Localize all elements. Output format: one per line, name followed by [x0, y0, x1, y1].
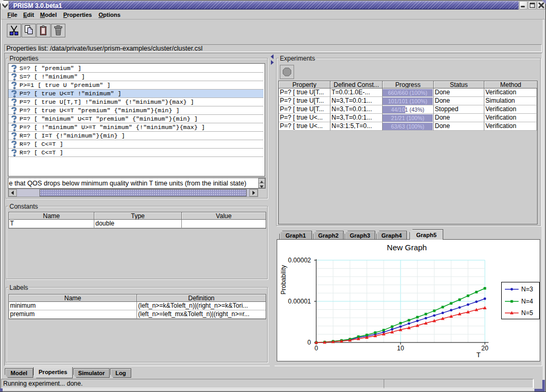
svg-text:New Graph: New Graph	[387, 243, 427, 252]
svg-text:0.00002: 0.00002	[288, 257, 311, 264]
svg-text:20: 20	[481, 345, 489, 352]
svg-text:N=4: N=4	[521, 298, 533, 305]
svg-text:T: T	[476, 351, 481, 359]
svg-text:0: 0	[307, 339, 311, 346]
svg-text:N=3: N=3	[521, 286, 533, 293]
svg-text:N=5: N=5	[521, 309, 533, 317]
svg-text:Probability: Probability	[280, 265, 287, 295]
svg-text:0: 0	[315, 345, 318, 352]
svg-text:10: 10	[397, 345, 404, 352]
svg-text:0.00001: 0.00001	[288, 298, 311, 305]
